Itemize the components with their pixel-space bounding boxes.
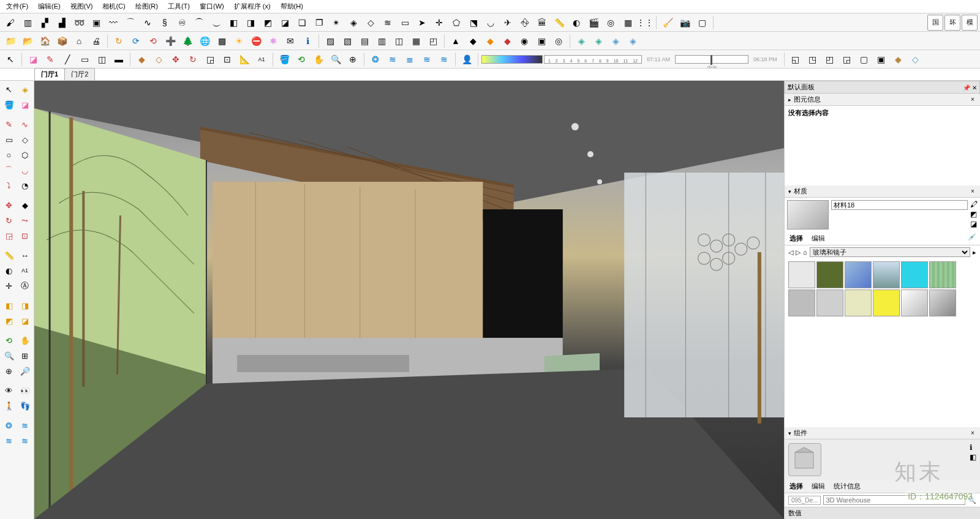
tool-layers-icon[interactable]: ≋ bbox=[380, 15, 396, 31]
materials-tab-select[interactable]: 选择 bbox=[788, 233, 804, 244]
tool-move-icon[interactable]: ✥ bbox=[168, 51, 184, 67]
tool-block2-icon[interactable]: ▧ bbox=[339, 33, 355, 49]
component-sample[interactable]: 095_De... bbox=[788, 496, 821, 505]
lt-scale-icon[interactable]: ◲ bbox=[1, 228, 17, 243]
tool-diamond-icon[interactable]: ◈ bbox=[345, 15, 361, 31]
tool-block4-icon[interactable]: ▥ bbox=[374, 33, 390, 49]
tool-block7-icon[interactable]: ◰ bbox=[425, 33, 441, 49]
lt-pencil-icon[interactable]: ✎ bbox=[1, 117, 17, 132]
tool-render1-icon[interactable]: ◈ bbox=[573, 33, 589, 49]
lt-arc2-icon[interactable]: ◡ bbox=[17, 163, 32, 177]
entity-info-header[interactable]: ▸ 图元信息 × bbox=[785, 94, 980, 106]
lt-sandbox2-icon[interactable]: ≋ bbox=[17, 418, 32, 433]
tool-block6-icon[interactable]: ▦ bbox=[408, 33, 424, 49]
lt-walk-icon[interactable]: 🚶 bbox=[1, 398, 17, 413]
lt-zoomext-icon[interactable]: ⊕ bbox=[1, 364, 17, 378]
menu-view[interactable]: 视图(V) bbox=[68, 1, 96, 12]
tool-layer2-icon[interactable]: ≋ bbox=[385, 51, 401, 67]
tool-block3-icon[interactable]: ▤ bbox=[356, 33, 372, 49]
tool-line-icon[interactable]: ╱ bbox=[59, 51, 75, 67]
lt-freehand-icon[interactable]: ∿ bbox=[17, 117, 32, 132]
view-back-icon[interactable]: ▢ bbox=[856, 51, 872, 67]
lt-eraser-icon[interactable]: ◪ bbox=[17, 97, 32, 112]
tool-stack1-icon[interactable]: ❏ bbox=[294, 15, 310, 31]
lt-walk2-icon[interactable]: 👣 bbox=[17, 398, 32, 413]
tool-eraser-icon[interactable]: ◪ bbox=[25, 51, 41, 67]
tool-cube1-icon[interactable]: ◧ bbox=[225, 15, 241, 31]
material-swatch[interactable] bbox=[929, 261, 956, 288]
view-front-icon[interactable]: ◰ bbox=[822, 51, 838, 67]
default-front-icon[interactable]: ◩ bbox=[970, 210, 978, 218]
tool-rect2-icon[interactable]: ◫ bbox=[94, 51, 110, 67]
tool-tex1-icon[interactable]: ▲ bbox=[448, 33, 464, 49]
tool-grid-icon[interactable]: ▦ bbox=[620, 15, 636, 31]
view-top-icon[interactable]: ◳ bbox=[805, 51, 821, 67]
material-swatch[interactable] bbox=[845, 289, 872, 316]
view-iso-icon[interactable]: ◱ bbox=[788, 51, 804, 67]
style-btn-2[interactable]: 坏 bbox=[944, 15, 960, 31]
lt-lookaround-icon[interactable]: 👀 bbox=[17, 383, 32, 398]
material-swatch[interactable] bbox=[845, 261, 872, 288]
viewport-3d[interactable] bbox=[34, 81, 784, 519]
lt-zoom-icon[interactable]: 🔍 bbox=[1, 348, 17, 363]
tool-arc3-icon[interactable]: ◡ bbox=[483, 15, 499, 31]
components-tab-select[interactable]: 选择 bbox=[788, 481, 804, 491]
tool-refresh-orange-icon[interactable]: ↻ bbox=[111, 33, 127, 49]
tool-camera-icon[interactable]: 📷 bbox=[677, 15, 693, 31]
lt-bucket-icon[interactable]: 🪣 bbox=[1, 97, 17, 112]
shadow-gradient[interactable] bbox=[481, 55, 543, 64]
close-icon[interactable]: × bbox=[969, 188, 976, 195]
tool-paint-icon[interactable]: 🖌 bbox=[2, 15, 18, 31]
tool-block1-icon[interactable]: ▨ bbox=[322, 33, 338, 49]
tool-cycle-blue-icon[interactable]: ⟳ bbox=[128, 33, 144, 49]
library-menu-icon[interactable]: ▸ bbox=[973, 248, 976, 256]
lt-text-icon[interactable]: A1 bbox=[17, 263, 32, 278]
tool-chart-icon[interactable]: ▟ bbox=[54, 15, 70, 31]
menu-help[interactable]: 帮助(H) bbox=[278, 1, 306, 12]
lt-dim-icon[interactable]: ↔ bbox=[17, 248, 32, 263]
tool-dots-icon[interactable]: ⋮⋮ bbox=[637, 15, 653, 31]
tool-zoomextent-icon[interactable]: ⊕ bbox=[345, 51, 361, 67]
tool-noentry-icon[interactable]: ⛔ bbox=[248, 33, 264, 49]
material-swatch[interactable] bbox=[901, 261, 928, 288]
tool-block5-icon[interactable]: ◫ bbox=[391, 33, 407, 49]
collapse-icon[interactable]: ▾ bbox=[788, 189, 791, 195]
lt-followme-icon[interactable]: ⤳ bbox=[17, 213, 32, 228]
lt-move-icon[interactable]: ✥ bbox=[1, 198, 17, 212]
tool-printer-icon[interactable]: 🖨 bbox=[88, 33, 104, 49]
component-pin-icon[interactable]: ℹ bbox=[970, 443, 976, 452]
tool-road-icon[interactable]: ⛗ bbox=[517, 15, 533, 31]
close-icon[interactable]: ✕ bbox=[972, 84, 977, 91]
tool-home2-icon[interactable]: ⌂ bbox=[71, 33, 87, 49]
sample-paint-icon[interactable]: 🖍 bbox=[970, 200, 978, 209]
material-name-input[interactable] bbox=[831, 200, 968, 210]
tool-pencil-icon[interactable]: ✎ bbox=[42, 51, 58, 67]
tool-tex2-icon[interactable]: ◆ bbox=[465, 33, 481, 49]
lt-poly-icon[interactable]: ⬡ bbox=[17, 147, 32, 162]
tool-target-icon[interactable]: ◎ bbox=[603, 15, 619, 31]
tool-zoom-icon[interactable]: 🔍 bbox=[328, 51, 344, 67]
tool-atom-icon[interactable]: ⚛ bbox=[265, 33, 281, 49]
tool-arcpair-icon[interactable]: ⏝ bbox=[208, 15, 224, 31]
lt-rotrect-icon[interactable]: ◇ bbox=[17, 132, 32, 147]
tool-window-icon[interactable]: ▢ bbox=[694, 15, 710, 31]
tool-person-icon[interactable]: 👤 bbox=[459, 51, 475, 67]
lt-pie-icon[interactable]: ◔ bbox=[17, 178, 32, 193]
default-tray-header[interactable]: 默认面板 📌 ✕ bbox=[785, 81, 980, 94]
tool-home-icon[interactable]: 🏠 bbox=[37, 33, 53, 49]
tool-box-open-icon[interactable]: 📦 bbox=[54, 33, 70, 49]
lt-sandbox3-icon[interactable]: ≋ bbox=[1, 433, 17, 448]
close-icon[interactable]: × bbox=[969, 430, 976, 437]
tool-rect3-icon[interactable]: ▬ bbox=[111, 51, 127, 67]
tool-layer5-icon[interactable]: ≋ bbox=[436, 51, 452, 67]
nav-fwd-icon[interactable]: ▷ bbox=[796, 248, 801, 256]
lt-section-icon[interactable]: ◧ bbox=[1, 298, 17, 313]
tool-cycle-red-icon[interactable]: ⟲ bbox=[145, 33, 161, 49]
lt-pushpull-icon[interactable]: ◆ bbox=[17, 198, 32, 212]
component-opts-icon[interactable]: ◧ bbox=[970, 453, 976, 461]
tool-arcs-icon[interactable]: ⏜ bbox=[191, 15, 207, 31]
tool-ruler-icon[interactable]: 📏 bbox=[551, 15, 567, 31]
tool-diamond2-icon[interactable]: ◇ bbox=[363, 15, 379, 31]
material-swatch[interactable] bbox=[901, 289, 928, 316]
menu-edit[interactable]: 编辑(E) bbox=[36, 1, 63, 12]
